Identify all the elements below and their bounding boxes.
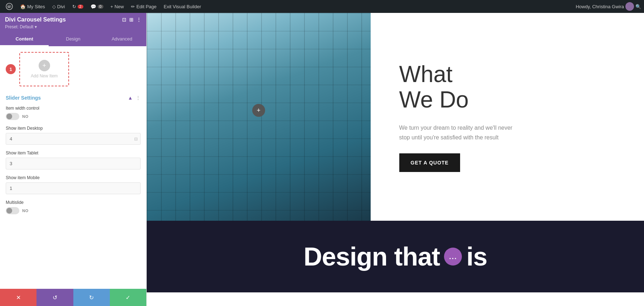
preset-label[interactable]: Preset: Default ▾ — [5, 24, 37, 29]
left-panel: Divi Carousel Settings ⊡ ⊞ ⋮ Preset: Def… — [0, 13, 147, 306]
what-we-do-title: What We Do — [399, 62, 623, 112]
item-badge: 1 — [6, 64, 16, 74]
panel-header: Divi Carousel Settings ⊡ ⊞ ⋮ Preset: Def… — [0, 13, 146, 33]
item-width-toggle-label: NO — [22, 114, 29, 119]
design-title: Design that ... is — [303, 242, 487, 271]
multislide-toggle-label: NO — [22, 209, 29, 213]
design-dots-circle: ... — [444, 248, 462, 266]
undo-icon: ↺ — [53, 294, 57, 301]
show-item-mobile-label: Show item Mobile — [6, 175, 141, 180]
options-icon[interactable]: ⋮ — [136, 95, 141, 101]
admin-bar-mysites[interactable]: 🏠 My Sites — [17, 3, 48, 11]
add-new-item-button[interactable]: + Add New Item — [19, 52, 69, 86]
show-item-mobile-wrapper — [6, 182, 141, 194]
avatar — [625, 2, 634, 11]
show-item-desktop-label: Show item Desktop — [6, 126, 141, 131]
plus-icon: + — [111, 4, 113, 9]
item-width-toggle[interactable] — [6, 113, 19, 120]
item-width-label: Item width control — [6, 106, 141, 111]
multislide-label: Multislide — [6, 200, 141, 205]
panel-title-row: Divi Carousel Settings ⊡ ⊞ ⋮ — [5, 16, 141, 23]
items-row: 1 + Add New Item — [6, 52, 141, 86]
tab-design[interactable]: Design — [49, 33, 97, 46]
get-quote-button[interactable]: Get a Quote — [399, 153, 460, 172]
slider-settings-title[interactable]: Slider Settings — [6, 95, 41, 101]
panel-actions: ✕ ↺ ↻ ✓ — [0, 289, 146, 306]
tab-advanced[interactable]: Advanced — [98, 33, 146, 46]
section-what-we-do: + What We Do We turn your dream to reali… — [147, 13, 644, 221]
show-item-tablet-label: Show item Tablet — [6, 150, 141, 156]
slider-settings-section: Slider Settings ▲ ⋮ Item width control N… — [6, 95, 141, 214]
admin-bar-exit-builder[interactable]: Exit Visual Builder — [161, 3, 204, 11]
add-icon: + — [39, 60, 50, 71]
item-width-control-field: Item width control NO — [6, 106, 141, 120]
more-icon[interactable]: ⋮ — [136, 17, 141, 23]
svg-text:W: W — [8, 5, 10, 9]
add-element-button[interactable]: + — [252, 104, 265, 117]
add-new-label: Add New Item — [31, 73, 58, 78]
search-icon[interactable]: 🔍 — [635, 4, 641, 9]
panel-body: 1 + Add New Item Slider Settings ▲ ⋮ — [0, 46, 146, 289]
multislide-field: Multislide NO — [6, 200, 141, 214]
show-item-mobile-field: Show item Mobile — [6, 175, 141, 194]
section-design: Design that ... is — [147, 221, 644, 292]
show-item-mobile-input[interactable] — [6, 182, 141, 194]
section-controls: ▲ ⋮ — [128, 95, 141, 101]
panel-title-text: Divi Carousel Settings — [5, 16, 66, 23]
divi-icon: ◇ — [52, 4, 56, 9]
comment-icon: 💬 — [91, 4, 96, 9]
save-button[interactable]: ✓ — [110, 289, 146, 306]
admin-bar-comments[interactable]: 💬 0 — [88, 3, 106, 11]
collapse-icon[interactable]: ▲ — [128, 95, 133, 101]
section-content: What We Do We turn your dream to reality… — [371, 13, 644, 221]
panel-tabs: Content Design Advanced — [0, 33, 146, 46]
undo-button[interactable]: ↺ — [36, 289, 73, 306]
building-image-inner — [147, 13, 371, 221]
input-icon-desktop: ⊟ — [134, 137, 138, 142]
chevron-down-icon: ▾ — [35, 24, 37, 29]
layout-icon[interactable]: ⊞ — [129, 17, 133, 23]
what-we-do-description: We turn your dream to reality and we'll … — [399, 123, 521, 142]
redo-button[interactable]: ↻ — [73, 289, 110, 306]
section-header: Slider Settings ▲ ⋮ — [6, 95, 141, 101]
admin-bar-right: Howdy, Christina Gwira 🔍 — [576, 2, 641, 11]
main-layout: Divi Carousel Settings ⊡ ⊞ ⋮ Preset: Def… — [0, 13, 644, 306]
admin-bar-new[interactable]: + New — [108, 3, 127, 11]
show-item-desktop-input[interactable] — [6, 133, 141, 145]
admin-bar: W 🏠 My Sites ◇ Divi ↻ 2 💬 0 + New ✏ Edit… — [0, 0, 644, 13]
preview-area: + What We Do We turn your dream to reali… — [147, 13, 644, 306]
cancel-icon: ✕ — [16, 294, 21, 301]
show-item-tablet-wrapper — [6, 158, 141, 169]
tab-content[interactable]: Content — [0, 33, 49, 46]
home-icon: 🏠 — [20, 4, 26, 9]
admin-bar-divi[interactable]: ◇ Divi — [49, 3, 68, 11]
admin-bar-edit-page[interactable]: ✏ Edit Page — [128, 3, 159, 11]
redo-icon: ↻ — [89, 294, 94, 301]
building-image: + — [147, 13, 371, 221]
item-width-toggle-row: NO — [6, 113, 141, 120]
admin-bar-wordpress[interactable]: W — [3, 1, 16, 11]
refresh-icon: ↻ — [72, 4, 76, 9]
show-item-tablet-field: Show item Tablet — [6, 150, 141, 169]
pencil-icon: ✏ — [131, 4, 135, 9]
panel-header-icons: ⊡ ⊞ ⋮ — [122, 17, 141, 23]
save-icon: ✓ — [126, 294, 130, 301]
show-item-tablet-input[interactable] — [6, 158, 141, 169]
show-item-desktop-field: Show item Desktop ⊟ — [6, 126, 141, 145]
multislide-toggle-row: NO — [6, 207, 141, 214]
multislide-toggle[interactable] — [6, 207, 19, 214]
admin-bar-counter[interactable]: ↻ 2 — [69, 3, 86, 11]
resize-icon[interactable]: ⊡ — [122, 17, 126, 23]
show-item-desktop-wrapper: ⊟ — [6, 133, 141, 145]
howdy-text: Howdy, Christina Gwira — [576, 4, 624, 9]
cancel-button[interactable]: ✕ — [0, 289, 36, 306]
